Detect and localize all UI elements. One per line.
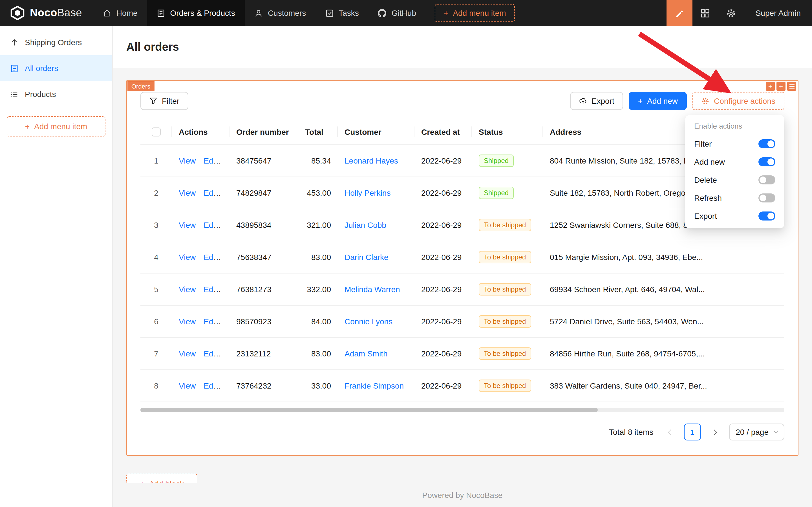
created-at-cell: 2022-06-29 <box>414 209 472 241</box>
add-column-icon[interactable]: + <box>766 82 775 91</box>
col-header-order-number: Order number <box>230 119 298 145</box>
page-number-button[interactable]: 1 <box>684 424 701 441</box>
enable-action-item[interactable]: Add new <box>687 153 782 171</box>
edit-link[interactable]: Edit <box>204 157 217 166</box>
row-actions-cell: ViewEdit <box>172 145 230 177</box>
toggle-switch[interactable] <box>758 212 775 221</box>
row-actions-cell: ViewEdit <box>172 209 230 241</box>
settings-button[interactable] <box>718 0 744 26</box>
enable-action-item[interactable]: Export <box>687 207 782 225</box>
next-page-button[interactable] <box>706 424 723 441</box>
row-actions-cell: ViewEdit <box>172 177 230 209</box>
pagination-total: Total 8 items <box>609 428 653 437</box>
order-number-cell: 43895834 <box>230 209 298 241</box>
view-link[interactable]: View <box>179 349 196 358</box>
created-at-cell: 2022-06-29 <box>414 306 472 338</box>
drag-menu-icon[interactable] <box>787 82 796 91</box>
filter-label: Filter <box>162 97 179 106</box>
view-link[interactable]: View <box>179 157 196 166</box>
status-cell: To be shipped <box>472 306 543 338</box>
customer-link[interactable]: Connie Lyons <box>345 317 393 326</box>
sidebar-item-shipping-orders[interactable]: Shipping Orders <box>0 29 112 55</box>
arrow-up-icon <box>10 38 19 47</box>
add-block-label: Add block <box>149 480 184 483</box>
edit-link[interactable]: Edit <box>204 382 217 391</box>
scrollbar-thumb[interactable] <box>140 408 598 412</box>
horizontal-scrollbar[interactable] <box>140 408 785 412</box>
address-cell: 015 Margie Mission, Apt. 093, 34936, Ebe… <box>543 241 785 274</box>
nav-item-label: Customers <box>268 8 306 17</box>
row-actions-cell: ViewEdit <box>172 274 230 306</box>
user-menu[interactable]: Super Admin <box>744 0 812 26</box>
brand-logo[interactable]: NocoBase <box>0 0 93 26</box>
nav-item-customers[interactable]: Customers <box>245 0 315 26</box>
filter-button[interactable]: Filter <box>140 92 188 110</box>
enable-action-item[interactable]: Refresh <box>687 189 782 207</box>
export-button[interactable]: Export <box>570 92 623 110</box>
edit-link[interactable]: Edit <box>204 189 217 198</box>
add-block-icon[interactable]: + <box>776 82 786 91</box>
customer-link[interactable]: Darin Clarke <box>345 253 389 262</box>
order-number-cell: 74829847 <box>230 177 298 209</box>
toggle-switch[interactable] <box>758 193 775 203</box>
export-label: Export <box>591 97 614 106</box>
view-link[interactable]: View <box>179 317 196 326</box>
configure-actions-button[interactable]: Configure actions <box>692 92 785 110</box>
table-row: 8ViewEdit7376423233.00Frankie Simpson202… <box>140 370 785 402</box>
sidebar-item-all-orders[interactable]: All orders <box>0 55 112 81</box>
nav-item-home[interactable]: Home <box>93 0 147 26</box>
nav-item-orders-products[interactable]: Orders & Products <box>147 0 245 26</box>
view-link[interactable]: View <box>179 221 196 230</box>
nav-item-github[interactable]: GitHub <box>368 0 426 26</box>
add-menu-item-label: Add menu item <box>34 122 87 131</box>
sidebar-item-label: All orders <box>25 64 58 73</box>
view-link[interactable]: View <box>179 189 196 198</box>
edit-link[interactable]: Edit <box>204 285 217 294</box>
sidebar-item-products[interactable]: Products <box>0 81 112 107</box>
toggle-switch[interactable] <box>758 157 775 166</box>
customer-link[interactable]: Holly Perkins <box>345 189 391 198</box>
edit-link[interactable]: Edit <box>204 221 217 230</box>
enable-actions-dropdown: Enable actions FilterAdd newDeleteRefres… <box>685 115 785 228</box>
edit-link[interactable]: Edit <box>204 349 217 358</box>
toggle-switch[interactable] <box>758 139 775 148</box>
customer-link[interactable]: Julian Cobb <box>345 221 386 230</box>
page-size-select[interactable]: 20 / page <box>729 424 785 441</box>
export-icon <box>579 97 587 105</box>
add-new-button[interactable]: + Add new <box>629 92 687 110</box>
order-number-cell: 75638347 <box>230 241 298 274</box>
enable-action-item[interactable]: Delete <box>687 171 782 189</box>
enable-action-item[interactable]: Filter <box>687 135 782 153</box>
nav-item-tasks[interactable]: Tasks <box>315 0 368 26</box>
customer-link[interactable]: Melinda Warren <box>345 285 400 294</box>
view-link[interactable]: View <box>179 285 196 294</box>
status-cell: To be shipped <box>472 274 543 306</box>
edit-link[interactable]: Edit <box>204 253 217 262</box>
navbar-right: Super Admin <box>666 0 812 26</box>
view-link[interactable]: View <box>179 382 196 391</box>
customer-cell: Connie Lyons <box>338 306 414 338</box>
navbar-add-menu-item-button[interactable]: + Add menu item <box>435 4 515 22</box>
address-cell: 84856 Hirthe Run, Suite 268, 94754-6705,… <box>543 338 785 370</box>
select-all-checkbox[interactable] <box>152 128 161 137</box>
address-cell: 69934 Schoen River, Apt. 646, 49704, Wal… <box>543 274 785 306</box>
created-at-cell: 2022-06-29 <box>414 241 472 274</box>
plugin-manager-button[interactable] <box>692 0 718 26</box>
add-block-button[interactable]: + Add block <box>126 474 197 483</box>
sidebar-add-menu-item-button[interactable]: + Add menu item <box>7 116 106 136</box>
row-index: 5 <box>140 274 172 306</box>
nav-item-label: Tasks <box>339 8 359 17</box>
plus-icon: + <box>25 122 30 131</box>
total-cell: 84.00 <box>298 306 338 338</box>
customer-link[interactable]: Leonard Hayes <box>345 157 398 166</box>
customer-link[interactable]: Adam Smith <box>345 349 388 358</box>
main-area: All orders Orders + + Filter <box>113 26 812 507</box>
view-link[interactable]: View <box>179 253 196 262</box>
customer-link[interactable]: Frankie Simpson <box>345 382 404 391</box>
plus-icon: + <box>638 97 643 106</box>
edit-link[interactable]: Edit <box>204 317 217 326</box>
file-icon <box>10 64 19 72</box>
ui-editor-button[interactable] <box>666 0 692 26</box>
toggle-switch[interactable] <box>758 175 775 184</box>
prev-page-button[interactable] <box>661 424 678 441</box>
